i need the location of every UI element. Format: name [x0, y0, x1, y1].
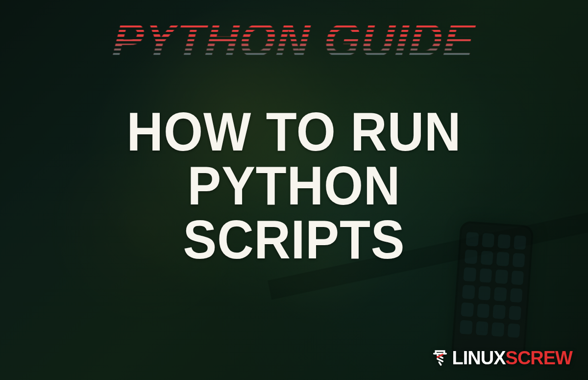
brand-logo: LINUXSCREW	[430, 348, 572, 368]
brand-wordmark: LINUXSCREW	[452, 349, 572, 367]
hero-banner: PYTHON GUIDE HOW TO RUN PYTHON SCRIPTS L…	[0, 0, 588, 380]
brand-word-linux: LINUX	[452, 348, 506, 368]
banner-title-line2: SCRIPTS	[24, 213, 564, 267]
banner-content: PYTHON GUIDE HOW TO RUN PYTHON SCRIPTS	[0, 0, 588, 380]
screw-icon	[430, 348, 450, 368]
banner-title-line1: HOW TO RUN PYTHON	[24, 105, 564, 213]
banner-supertitle: PYTHON GUIDE	[111, 16, 477, 65]
banner-title: HOW TO RUN PYTHON SCRIPTS	[24, 105, 564, 266]
brand-word-screw: SCREW	[506, 348, 572, 368]
